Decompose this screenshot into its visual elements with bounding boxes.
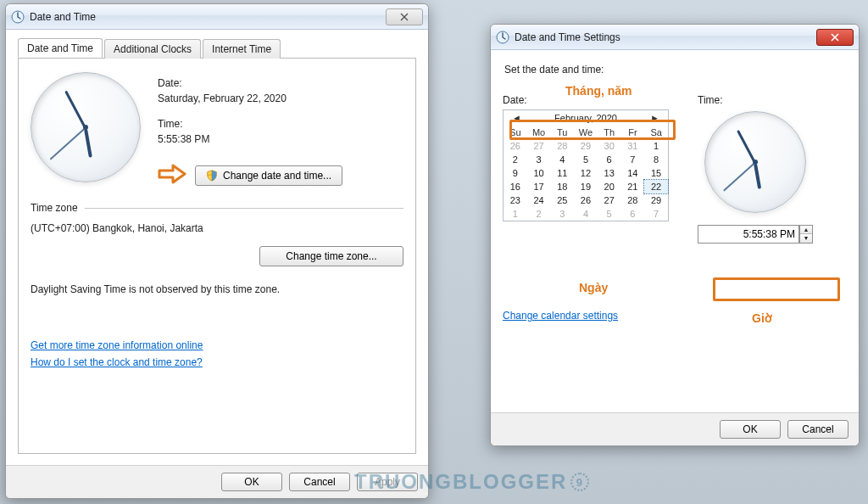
calendar-day[interactable]: 9: [504, 166, 527, 180]
tab-date-and-time[interactable]: Date and Time: [18, 38, 103, 58]
calendar-day[interactable]: 11: [550, 166, 574, 180]
calendar-day[interactable]: 1: [504, 207, 527, 221]
calendar-day[interactable]: 14: [621, 166, 645, 180]
calendar-day[interactable]: 7: [644, 207, 668, 221]
calendar-day[interactable]: 31: [621, 139, 645, 153]
calendar-day[interactable]: 25: [550, 193, 574, 207]
date-and-time-settings-window: Date and Time Settings Set the date and …: [490, 24, 860, 446]
calendar-dow: Tu: [550, 126, 574, 139]
link-change-calendar-settings[interactable]: Change calendar settings: [503, 310, 618, 322]
calendar-day[interactable]: 2: [504, 153, 527, 166]
annotation-gio: Giờ: [752, 311, 772, 325]
calendar: ◄ February, 2020 ► SuMoTuWeThFrSa 262728…: [503, 109, 669, 221]
shield-icon: [206, 170, 218, 182]
calendar-day[interactable]: 1: [644, 139, 668, 153]
annotation-box-time: [713, 277, 840, 301]
calendar-day[interactable]: 7: [621, 153, 645, 166]
close-button[interactable]: [386, 8, 423, 25]
calendar-day[interactable]: 24: [527, 193, 551, 207]
calendar-day[interactable]: 29: [644, 193, 668, 207]
calendar-day[interactable]: 5: [598, 207, 621, 221]
clock-icon: [11, 10, 25, 24]
calendar-day[interactable]: 6: [621, 207, 645, 221]
calendar-dow: Th: [598, 126, 621, 139]
link-how-to-set-clock[interactable]: How do I set the clock and time zone?: [31, 356, 203, 368]
calendar-dow: We: [574, 126, 598, 139]
calendar-day[interactable]: 26: [574, 193, 598, 207]
calendar-day[interactable]: 10: [527, 166, 551, 180]
cancel-button[interactable]: Cancel: [289, 473, 350, 491]
calendar-dow: Su: [504, 126, 527, 139]
time-spinner[interactable]: ▲ ▼: [799, 225, 813, 244]
cancel-button[interactable]: Cancel: [787, 420, 849, 439]
analog-clock: [704, 111, 806, 213]
analog-clock: [31, 72, 141, 182]
window-title: Date and Time Settings: [515, 31, 620, 43]
calendar-day[interactable]: 21: [621, 180, 645, 193]
calendar-day[interactable]: 19: [574, 180, 598, 193]
calendar-month-year: February, 2020: [554, 113, 617, 123]
calendar-day[interactable]: 3: [550, 207, 574, 221]
calendar-day[interactable]: 16: [504, 180, 527, 193]
calendar-day[interactable]: 28: [621, 193, 645, 207]
calendar-day[interactable]: 15: [644, 166, 668, 180]
date-value: Saturday, February 22, 2020: [158, 92, 342, 104]
timezone-section-label: Time zone: [31, 202, 78, 214]
annotation-thang-nam: Tháng, năm: [565, 84, 632, 98]
calendar-day[interactable]: 6: [598, 153, 621, 166]
calendar-day[interactable]: 17: [527, 180, 551, 193]
calendar-day[interactable]: 4: [550, 153, 574, 166]
titlebar[interactable]: Date and Time: [6, 4, 428, 30]
time-input[interactable]: [698, 225, 799, 244]
calendar-day[interactable]: 27: [527, 139, 551, 153]
watermark-badge-icon: 9: [570, 473, 589, 491]
calendar-day[interactable]: 4: [574, 207, 598, 221]
link-tz-info-online[interactable]: Get more time zone information online: [31, 339, 203, 351]
divider: [85, 208, 403, 209]
calendar-day[interactable]: 8: [644, 153, 668, 166]
heading: Set the date and time:: [504, 64, 847, 76]
calendar-dow: Fr: [621, 126, 645, 139]
calendar-day[interactable]: 30: [598, 139, 621, 153]
calendar-day[interactable]: 20: [598, 180, 621, 193]
calendar-day[interactable]: 28: [550, 139, 574, 153]
window-title: Date and Time: [30, 11, 96, 23]
calendar-day[interactable]: 5: [574, 153, 598, 166]
close-button[interactable]: [816, 29, 854, 46]
time-label: Time:: [698, 94, 813, 106]
tab-internet-time[interactable]: Internet Time: [203, 39, 281, 59]
calendar-grid: SuMoTuWeThFrSa 2627282930311234567891011…: [504, 126, 668, 221]
calendar-day[interactable]: 22: [644, 180, 668, 193]
calendar-day[interactable]: 3: [527, 153, 551, 166]
titlebar[interactable]: Date and Time Settings: [491, 25, 859, 50]
calendar-day[interactable]: 23: [504, 193, 527, 207]
change-time-zone-button[interactable]: Change time zone...: [259, 246, 403, 266]
clock-icon: [496, 31, 509, 44]
spinner-down-icon[interactable]: ▼: [800, 234, 812, 243]
time-label: Time:: [158, 118, 342, 130]
calendar-day[interactable]: 18: [550, 180, 574, 193]
calendar-day[interactable]: 13: [598, 166, 621, 180]
calendar-day[interactable]: 26: [504, 139, 527, 153]
tab-pane: Date: Saturday, February 22, 2020 Time: …: [18, 59, 416, 454]
calendar-dow: Sa: [644, 126, 668, 139]
tab-additional-clocks[interactable]: Additional Clocks: [104, 39, 201, 59]
calendar-day[interactable]: 27: [598, 193, 621, 207]
dst-note: Daylight Saving Time is not observed by …: [31, 283, 403, 295]
spinner-up-icon[interactable]: ▲: [800, 226, 812, 234]
calendar-day[interactable]: 29: [574, 139, 598, 153]
calendar-day[interactable]: 2: [527, 207, 551, 221]
date-and-time-window: Date and Time Date and Time Additional C…: [5, 3, 429, 499]
watermark: TRUONGBLOGGER 9: [354, 470, 589, 494]
next-month-button[interactable]: ►: [647, 113, 663, 123]
calendar-day[interactable]: 12: [574, 166, 598, 180]
ok-button[interactable]: OK: [221, 473, 282, 491]
timezone-value: (UTC+07:00) Bangkok, Hanoi, Jakarta: [31, 222, 403, 234]
annotation-ngay: Ngày: [579, 281, 608, 294]
time-value: 5:55:38 PM: [158, 133, 342, 145]
change-date-time-button[interactable]: Change date and time...: [195, 165, 342, 186]
arrow-annotation-icon: [158, 164, 186, 187]
ok-button[interactable]: OK: [720, 420, 781, 439]
prev-month-button[interactable]: ◄: [509, 113, 525, 123]
date-label: Date:: [158, 77, 342, 89]
